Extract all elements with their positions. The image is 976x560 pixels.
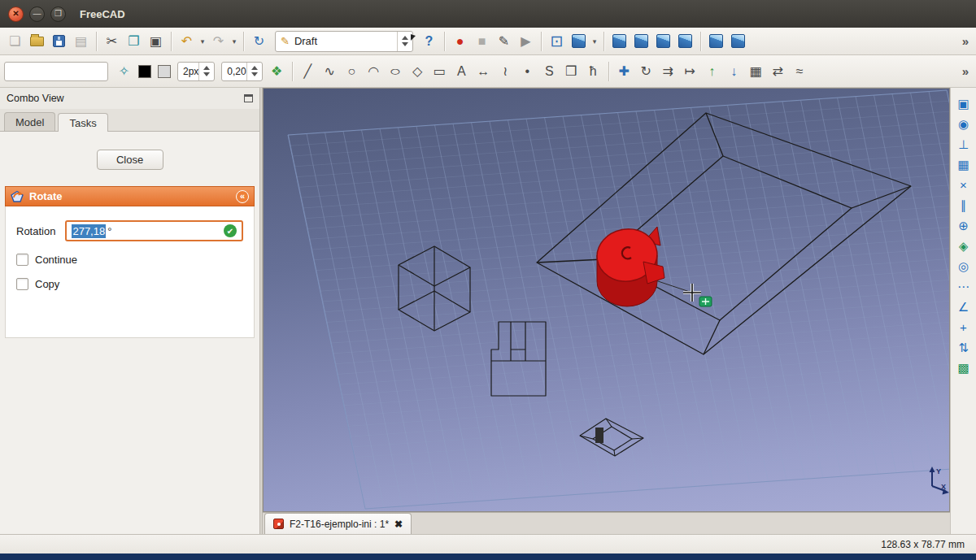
workbench-selector[interactable]: ✎ Draft xyxy=(275,31,413,52)
rotate-task-header[interactable]: Rotate « xyxy=(5,186,255,206)
line-width-spinbox[interactable]: 2px xyxy=(177,62,215,81)
snap-ortho-button[interactable]: ⇅ xyxy=(954,338,974,357)
snap-intersection-button[interactable]: × xyxy=(954,176,974,194)
document-tab-close-icon[interactable]: ✖ xyxy=(394,519,403,530)
open-document-button[interactable] xyxy=(26,31,48,52)
snap-special-button[interactable]: ◈ xyxy=(954,237,974,255)
save-document-button[interactable] xyxy=(48,31,70,52)
text-size-spinbox[interactable]: 0,20 xyxy=(221,62,262,81)
document-tab[interactable]: F2-T16-ejemplo-ini : 1* ✖ xyxy=(264,513,412,534)
snap-extension-button[interactable]: ⋯ xyxy=(954,277,974,296)
snap-midpoint-button[interactable]: ⊕ xyxy=(954,216,974,235)
construction-mode-button[interactable]: ✧ xyxy=(113,61,135,82)
separator xyxy=(444,32,445,51)
cut-button[interactable]: ✂ xyxy=(101,31,123,52)
paste-button[interactable]: ▣ xyxy=(145,31,167,52)
redo-button[interactable]: ↷ xyxy=(207,31,229,52)
line-width-spinner[interactable] xyxy=(198,63,214,80)
draft-polygon-button[interactable]: ◇ xyxy=(407,61,429,82)
redo-dropdown[interactable]: ▾ xyxy=(229,37,239,46)
cube-icon xyxy=(656,34,670,48)
snap-lock-button[interactable]: ▣ xyxy=(954,94,974,113)
spinner-down-icon xyxy=(203,72,210,76)
draft-label-button[interactable]: ħ xyxy=(582,61,604,82)
macro-execute-button[interactable]: ▶ xyxy=(515,31,537,52)
continue-checkbox[interactable] xyxy=(16,254,28,266)
dock-float-icon[interactable] xyxy=(244,94,253,102)
draft-ellipse-button[interactable]: ○ xyxy=(385,61,407,82)
draft-facebinder-button[interactable]: ❒ xyxy=(560,61,582,82)
axis-y-label: Y xyxy=(936,467,941,475)
3d-viewport[interactable]: Y X xyxy=(263,88,950,512)
view-rear-button[interactable] xyxy=(674,31,696,52)
refresh-button[interactable]: ↻ xyxy=(248,31,270,52)
tab-model[interactable]: Model xyxy=(4,112,55,131)
draft-polyline-button[interactable]: ∿ xyxy=(319,61,341,82)
copy-button[interactable]: ❐ xyxy=(123,31,145,52)
task-title: Rotate xyxy=(29,190,62,202)
view-top-button[interactable] xyxy=(630,31,652,52)
window-minimize-button[interactable]: — xyxy=(29,7,45,22)
snap-perpendicular-button[interactable]: ⊥ xyxy=(954,135,974,154)
collapse-task-icon[interactable]: « xyxy=(236,190,249,203)
snap-angle-button[interactable]: ∠ xyxy=(954,297,974,316)
whats-this-button[interactable]: ? xyxy=(418,31,440,52)
macro-record-button[interactable]: ● xyxy=(449,31,471,52)
draft-bspline-button[interactable]: ≀ xyxy=(495,61,516,82)
snap-near-button[interactable]: + xyxy=(954,318,974,336)
folder-icon xyxy=(30,37,44,46)
draft-trim-button[interactable]: ↦ xyxy=(679,61,701,82)
view-right-button[interactable] xyxy=(652,31,674,52)
draft-dimension-button[interactable]: ↔ xyxy=(473,61,495,82)
draft-circle-button[interactable]: ○ xyxy=(341,61,363,82)
view-bottom-button[interactable] xyxy=(705,31,727,52)
tab-tasks[interactable]: Tasks xyxy=(58,113,107,132)
view-axonometric-button[interactable] xyxy=(568,31,590,52)
view-left-button[interactable] xyxy=(727,31,749,52)
text-size-spinner[interactable] xyxy=(246,63,262,80)
line-color-swatch[interactable] xyxy=(138,65,151,78)
snap-working-plane-button[interactable]: ▩ xyxy=(954,358,974,377)
toolbar-overflow-button[interactable]: » xyxy=(959,34,972,48)
undo-button[interactable]: ↶ xyxy=(176,31,198,52)
view-front-button[interactable] xyxy=(608,31,630,52)
rotation-input[interactable]: 277,18 ° ✔ xyxy=(65,220,243,241)
zoom-fit-all-button[interactable]: ⊡ xyxy=(546,31,568,52)
print-button[interactable]: ▤ xyxy=(70,31,92,52)
draft-move-button[interactable]: ✚ xyxy=(613,61,635,82)
copy-checkbox[interactable] xyxy=(16,278,28,290)
draft-downgrade-button[interactable]: ↓ xyxy=(723,61,745,82)
snap-center-button[interactable]: ◎ xyxy=(954,257,974,276)
macro-stop-button[interactable]: ■ xyxy=(471,31,493,52)
draft-rotate-button[interactable]: ↻ xyxy=(635,61,657,82)
draft-point-button[interactable]: • xyxy=(516,61,538,82)
snap-endpoint-button[interactable]: ◉ xyxy=(954,115,974,133)
draft-offset-button[interactable]: ⇉ xyxy=(657,61,679,82)
toolbar-overflow-button[interactable]: » xyxy=(959,64,972,78)
snap-parallel-button[interactable]: ∥ xyxy=(954,196,974,215)
window-close-button[interactable]: ✕ xyxy=(8,7,24,22)
snap-grid-button[interactable]: ▦ xyxy=(954,155,974,174)
draft-line-button[interactable]: ╱ xyxy=(297,61,319,82)
undo-dropdown[interactable]: ▾ xyxy=(198,37,207,46)
face-color-swatch[interactable] xyxy=(158,65,171,78)
autogroup-button[interactable]: ❖ xyxy=(266,61,288,82)
new-document-button[interactable]: ❏ xyxy=(4,31,26,52)
document-tabbar: F2-T16-ejemplo-ini : 1* ✖ xyxy=(263,512,950,534)
draft-text-button[interactable]: A xyxy=(451,61,473,82)
draft-mirror-button[interactable]: ⇄ xyxy=(767,61,789,82)
draft-rectangle-button[interactable]: ▭ xyxy=(429,61,451,82)
axonometric-dropdown[interactable]: ▾ xyxy=(590,37,599,46)
window-maximize-button[interactable]: ❐ xyxy=(50,7,66,22)
cube-icon xyxy=(709,34,723,48)
draft-command-input[interactable] xyxy=(4,62,108,81)
draft-array-button[interactable]: ▦ xyxy=(745,61,767,82)
macro-edit-button[interactable]: ✎ xyxy=(493,31,515,52)
draft-wire-to-bspline-button[interactable]: ≈ xyxy=(789,61,811,82)
draft-shapestring-button[interactable]: S xyxy=(538,61,560,82)
separator xyxy=(292,62,293,81)
close-task-button[interactable]: Close xyxy=(97,150,163,170)
title-bar: ✕ — ❐ FreeCAD xyxy=(0,0,976,28)
draft-upgrade-button[interactable]: ↑ xyxy=(701,61,723,82)
draft-arc-button[interactable]: ◠ xyxy=(363,61,385,82)
